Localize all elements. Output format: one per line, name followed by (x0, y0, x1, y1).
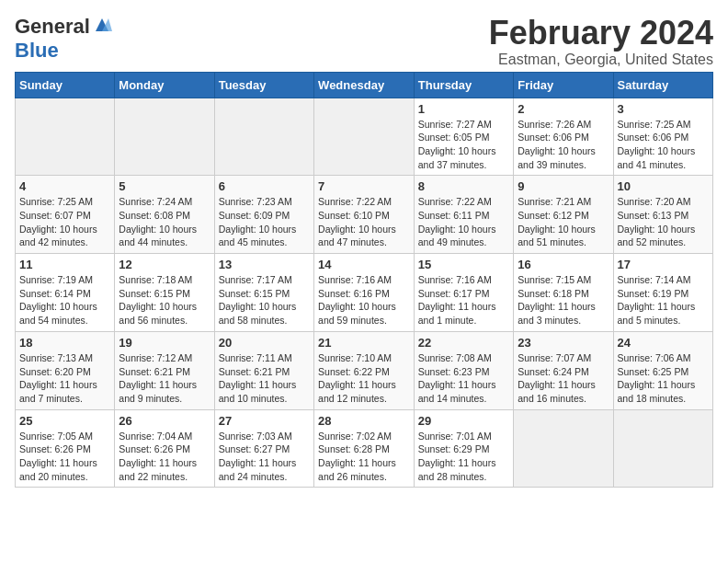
calendar-cell (115, 98, 214, 176)
day-info: Sunrise: 7:20 AMSunset: 6:13 PMDaylight:… (618, 195, 710, 249)
sunrise-text: Sunrise: 7:25 AM (618, 119, 691, 130)
day-info: Sunrise: 7:26 AMSunset: 6:06 PMDaylight:… (518, 118, 609, 172)
day-number: 13 (219, 258, 310, 271)
sunrise-text: Sunrise: 7:12 AM (119, 352, 192, 363)
weekday-header: Thursday (414, 72, 513, 98)
sunrise-text: Sunrise: 7:25 AM (19, 196, 93, 207)
sunset-text: Sunset: 6:21 PM (119, 366, 190, 377)
day-number: 19 (119, 336, 210, 350)
sunrise-text: Sunrise: 7:13 AM (19, 352, 93, 363)
sunrise-text: Sunrise: 7:16 AM (318, 274, 392, 285)
daylight-text: Daylight: 11 hours and 12 minutes. (318, 379, 396, 404)
daylight-text: Daylight: 10 hours and 59 minutes. (318, 301, 396, 326)
sunrise-text: Sunrise: 7:26 AM (518, 119, 591, 130)
calendar-week-row: 11Sunrise: 7:19 AMSunset: 6:14 PMDayligh… (16, 254, 713, 332)
calendar-cell: 24Sunrise: 7:06 AMSunset: 6:25 PMDayligh… (613, 331, 713, 409)
sunset-text: Sunset: 6:20 PM (19, 366, 91, 377)
sunrise-text: Sunrise: 7:24 AM (119, 196, 192, 207)
calendar-cell: 27Sunrise: 7:03 AMSunset: 6:27 PMDayligh… (214, 409, 313, 488)
sunrise-text: Sunrise: 7:04 AM (119, 431, 192, 442)
day-info: Sunrise: 7:01 AMSunset: 6:29 PMDaylight:… (418, 430, 509, 484)
weekday-header: Sunday (16, 72, 115, 98)
day-number: 28 (318, 414, 410, 428)
day-info: Sunrise: 7:05 AMSunset: 6:26 PMDaylight:… (19, 430, 110, 484)
calendar-week-row: 18Sunrise: 7:13 AMSunset: 6:20 PMDayligh… (16, 331, 713, 409)
sunrise-text: Sunrise: 7:16 AM (418, 274, 492, 285)
sunrise-text: Sunrise: 7:18 AM (119, 274, 192, 285)
day-info: Sunrise: 7:22 AMSunset: 6:10 PMDaylight:… (318, 195, 410, 249)
daylight-text: Daylight: 11 hours and 18 minutes. (618, 379, 696, 404)
day-info: Sunrise: 7:27 AMSunset: 6:05 PMDaylight:… (418, 118, 509, 172)
sunset-text: Sunset: 6:06 PM (618, 132, 689, 143)
sunset-text: Sunset: 6:21 PM (219, 366, 290, 377)
calendar-cell: 5Sunrise: 7:24 AMSunset: 6:08 PMDaylight… (115, 176, 214, 254)
calendar-cell (16, 98, 115, 176)
sunset-text: Sunset: 6:07 PM (19, 210, 91, 221)
daylight-text: Daylight: 11 hours and 20 minutes. (19, 457, 97, 482)
calendar-cell (514, 409, 613, 488)
calendar-cell: 13Sunrise: 7:17 AMSunset: 6:15 PMDayligh… (214, 254, 313, 332)
sunrise-text: Sunrise: 7:23 AM (219, 196, 292, 207)
daylight-text: Daylight: 11 hours and 10 minutes. (219, 379, 297, 404)
daylight-text: Daylight: 11 hours and 16 minutes. (518, 379, 596, 404)
calendar-cell: 19Sunrise: 7:12 AMSunset: 6:21 PMDayligh… (115, 331, 214, 409)
calendar-cell: 26Sunrise: 7:04 AMSunset: 6:26 PMDayligh… (115, 409, 214, 488)
sunset-text: Sunset: 6:05 PM (418, 132, 490, 143)
day-info: Sunrise: 7:11 AMSunset: 6:21 PMDaylight:… (219, 351, 310, 406)
sunset-text: Sunset: 6:15 PM (219, 288, 290, 299)
day-number: 11 (19, 258, 110, 271)
sunset-text: Sunset: 6:11 PM (418, 210, 490, 221)
sunrise-text: Sunrise: 7:01 AM (418, 431, 492, 442)
sunset-text: Sunset: 6:10 PM (318, 210, 390, 221)
day-number: 17 (618, 258, 710, 271)
page-header: General Blue February 2024 Eastman, Geor… (15, 15, 713, 68)
weekday-header: Friday (514, 72, 613, 98)
calendar-cell: 3Sunrise: 7:25 AMSunset: 6:06 PMDaylight… (613, 98, 713, 176)
day-number: 2 (518, 102, 609, 116)
day-number: 6 (219, 179, 310, 193)
day-info: Sunrise: 7:16 AMSunset: 6:16 PMDaylight:… (318, 273, 410, 327)
calendar-cell: 6Sunrise: 7:23 AMSunset: 6:09 PMDaylight… (214, 176, 313, 254)
sunrise-text: Sunrise: 7:06 AM (618, 352, 691, 363)
day-info: Sunrise: 7:16 AMSunset: 6:17 PMDaylight:… (418, 273, 509, 327)
calendar-header-row: SundayMondayTuesdayWednesdayThursdayFrid… (16, 72, 713, 98)
weekday-header: Monday (115, 72, 214, 98)
day-info: Sunrise: 7:25 AMSunset: 6:07 PMDaylight:… (19, 195, 110, 249)
day-number: 16 (518, 258, 609, 271)
sunrise-text: Sunrise: 7:27 AM (418, 119, 492, 130)
calendar-cell: 12Sunrise: 7:18 AMSunset: 6:15 PMDayligh… (115, 254, 214, 332)
day-info: Sunrise: 7:25 AMSunset: 6:06 PMDaylight:… (618, 118, 710, 172)
sunrise-text: Sunrise: 7:20 AM (618, 196, 691, 207)
day-number: 5 (119, 179, 210, 193)
daylight-text: Daylight: 10 hours and 56 minutes. (119, 301, 197, 326)
day-info: Sunrise: 7:19 AMSunset: 6:14 PMDaylight:… (19, 273, 110, 327)
day-number: 7 (318, 179, 410, 193)
day-info: Sunrise: 7:12 AMSunset: 6:21 PMDaylight:… (119, 351, 210, 406)
day-number: 9 (518, 179, 609, 193)
calendar-cell (613, 409, 713, 488)
sunset-text: Sunset: 6:15 PM (119, 288, 190, 299)
day-number: 15 (418, 258, 509, 271)
day-info: Sunrise: 7:10 AMSunset: 6:22 PMDaylight:… (318, 351, 410, 406)
calendar-cell: 2Sunrise: 7:26 AMSunset: 6:06 PMDaylight… (514, 98, 613, 176)
calendar-cell: 21Sunrise: 7:10 AMSunset: 6:22 PMDayligh… (314, 331, 415, 409)
daylight-text: Daylight: 10 hours and 47 minutes. (318, 224, 396, 248)
sunrise-text: Sunrise: 7:10 AM (318, 352, 392, 363)
day-number: 1 (418, 102, 509, 116)
calendar-cell: 14Sunrise: 7:16 AMSunset: 6:16 PMDayligh… (314, 254, 415, 332)
daylight-text: Daylight: 11 hours and 26 minutes. (318, 457, 396, 482)
sunset-text: Sunset: 6:25 PM (618, 366, 689, 377)
calendar-cell: 28Sunrise: 7:02 AMSunset: 6:28 PMDayligh… (314, 409, 415, 488)
daylight-text: Daylight: 10 hours and 37 minutes. (418, 145, 496, 170)
logo-blue-text: Blue (15, 39, 59, 62)
sunrise-text: Sunrise: 7:14 AM (618, 274, 691, 285)
day-number: 4 (19, 179, 110, 193)
daylight-text: Daylight: 10 hours and 45 minutes. (219, 224, 297, 248)
sunset-text: Sunset: 6:14 PM (19, 288, 91, 299)
day-info: Sunrise: 7:17 AMSunset: 6:15 PMDaylight:… (219, 273, 310, 327)
calendar-week-row: 25Sunrise: 7:05 AMSunset: 6:26 PMDayligh… (16, 409, 713, 488)
day-number: 3 (618, 102, 710, 116)
day-info: Sunrise: 7:24 AMSunset: 6:08 PMDaylight:… (119, 195, 210, 249)
sunset-text: Sunset: 6:06 PM (518, 132, 589, 143)
daylight-text: Daylight: 10 hours and 54 minutes. (19, 301, 97, 326)
